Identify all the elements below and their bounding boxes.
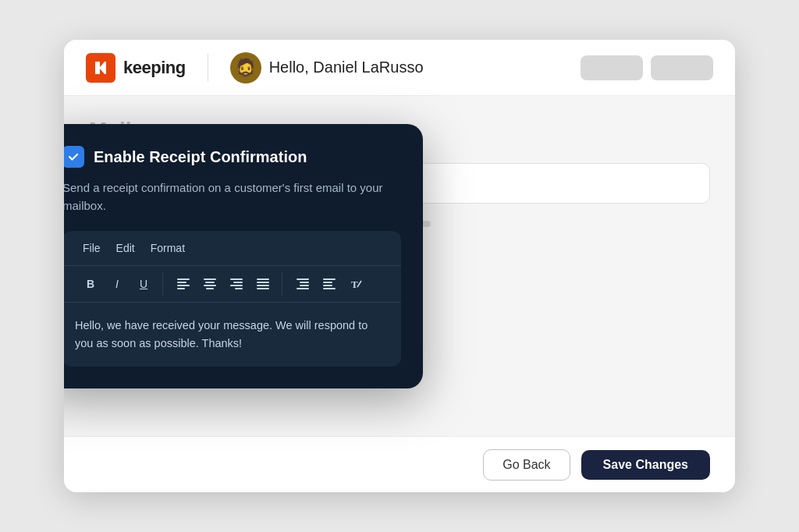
menu-edit[interactable]: Edit bbox=[108, 239, 143, 257]
svg-rect-18 bbox=[300, 285, 309, 286]
svg-rect-2 bbox=[177, 285, 190, 286]
modal-title: Enable Receipt Confirmation bbox=[94, 148, 307, 166]
topbar-divider bbox=[208, 54, 208, 82]
svg-text:T: T bbox=[351, 278, 358, 290]
svg-rect-14 bbox=[257, 285, 269, 286]
svg-rect-11 bbox=[235, 288, 243, 289]
svg-rect-3 bbox=[177, 288, 185, 289]
svg-line-25 bbox=[357, 281, 361, 287]
logo-text: keeping bbox=[123, 58, 186, 78]
svg-rect-22 bbox=[323, 285, 332, 286]
svg-rect-5 bbox=[205, 282, 215, 283]
svg-rect-4 bbox=[204, 278, 216, 280]
svg-rect-7 bbox=[206, 288, 214, 289]
app-window: keeping 🧔 Hello, Daniel LaRusso Mail Go … bbox=[64, 40, 735, 492]
logo-area: keeping bbox=[86, 53, 186, 83]
svg-rect-16 bbox=[297, 278, 309, 280]
svg-rect-21 bbox=[323, 282, 332, 283]
svg-rect-23 bbox=[323, 288, 336, 289]
menu-format[interactable]: Format bbox=[143, 239, 193, 257]
svg-rect-9 bbox=[233, 282, 243, 283]
editor-text: Hello, we have received your message. We… bbox=[75, 317, 389, 353]
editor-content[interactable]: Hello, we have received your message. We… bbox=[64, 303, 401, 367]
topbar-action-btn-1[interactable] bbox=[581, 55, 643, 80]
underline-button[interactable]: U bbox=[131, 272, 156, 296]
modal-card: Enable Receipt Confirmation Send a recei… bbox=[64, 124, 423, 388]
editor-toolbar: B I U bbox=[64, 266, 401, 303]
bold-button[interactable]: B bbox=[78, 272, 103, 296]
menu-file[interactable]: File bbox=[75, 239, 108, 257]
align-right-button[interactable] bbox=[224, 272, 249, 296]
outdent-button[interactable] bbox=[317, 272, 342, 296]
svg-rect-15 bbox=[257, 288, 269, 289]
svg-rect-6 bbox=[204, 285, 216, 286]
user-avatar: 🧔 bbox=[230, 52, 261, 83]
toolbar-group-align bbox=[165, 272, 282, 296]
go-back-button[interactable]: Go Back bbox=[483, 449, 570, 481]
modal-description: Send a receipt confirmation on a custome… bbox=[64, 179, 401, 215]
svg-rect-19 bbox=[297, 288, 309, 289]
enable-checkbox[interactable] bbox=[64, 146, 84, 168]
clear-format-button[interactable]: T bbox=[343, 272, 368, 296]
svg-rect-1 bbox=[177, 282, 186, 283]
svg-rect-13 bbox=[257, 282, 269, 283]
user-greeting: 🧔 Hello, Daniel LaRusso bbox=[230, 52, 424, 83]
italic-button[interactable]: I bbox=[105, 272, 130, 296]
save-changes-button[interactable]: Save Changes bbox=[581, 450, 710, 480]
modal-header: Enable Receipt Confirmation bbox=[64, 146, 401, 168]
svg-rect-8 bbox=[230, 278, 243, 280]
editor-area: File Edit Format B I U bbox=[64, 231, 401, 367]
align-left-button[interactable] bbox=[171, 272, 196, 296]
align-center-button[interactable] bbox=[197, 272, 222, 296]
svg-rect-17 bbox=[300, 282, 309, 283]
app-footer: Go Back Save Changes bbox=[64, 436, 735, 492]
greeting-text: Hello, Daniel LaRusso bbox=[269, 59, 424, 76]
indent-button[interactable] bbox=[290, 272, 315, 296]
svg-rect-10 bbox=[230, 285, 243, 286]
keeping-logo-icon bbox=[86, 53, 115, 83]
toolbar-group-indent: T bbox=[284, 272, 375, 296]
toolbar-group-text-style: B I U bbox=[72, 272, 163, 296]
app-topbar: keeping 🧔 Hello, Daniel LaRusso bbox=[64, 40, 735, 96]
svg-rect-12 bbox=[257, 278, 269, 280]
topbar-action-btn-2[interactable] bbox=[651, 55, 713, 80]
topbar-actions bbox=[581, 55, 713, 80]
svg-rect-20 bbox=[323, 278, 336, 280]
justify-button[interactable] bbox=[250, 272, 275, 296]
svg-rect-0 bbox=[177, 278, 190, 280]
editor-menubar: File Edit Format bbox=[64, 231, 401, 266]
